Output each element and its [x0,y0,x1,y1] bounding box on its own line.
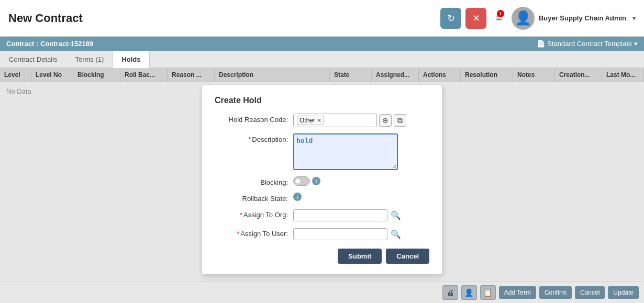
toggle-knob [295,178,301,184]
col-level: Level [0,68,31,82]
form-row-description: *Description: hold [215,133,429,170]
notification-badge: 1 [497,10,504,17]
close-button[interactable]: ✕ [465,8,486,29]
blocking-wrap: i [293,176,429,186]
description-label: *Description: [215,133,293,143]
tab-terms[interactable]: Terms (1) [66,51,113,68]
assign-org-input[interactable] [293,209,387,221]
col-resolution: Resolution [461,68,513,82]
search-icon: 🔍 [391,229,401,239]
col-reason: Reason ... [168,68,215,82]
user-name: Buyer Supply Chain Admin [539,14,626,22]
confirm-button[interactable]: Confirm [539,286,572,299]
rollback-wrap: i [293,193,429,201]
blocking-label: Blocking: [215,176,293,186]
footer-bar: 🖨 👤 📋 Add Term Confirm Cancel Update [0,282,644,303]
add-icon: ⊕ [382,116,388,125]
tag-value: Other [299,117,315,124]
col-lastmo: Last Mo... [602,68,644,82]
close-icon: ✕ [472,13,480,24]
hold-reason-label: Hold Reason Code: [215,114,293,124]
template-icon: 📄 [537,40,545,48]
hold-reason-tag: Other ✕ [297,116,324,125]
contract-bar: Contract : Contract-152189 📄 Standard Co… [0,37,644,51]
form-row-assign-org: *Assign To Org: 🔍 [215,209,429,221]
user-section: 👤 Buyer Supply Chain Admin ▾ [512,7,636,30]
user-footer-button[interactable]: 👤 [461,285,477,300]
tab-contract-details[interactable]: Contract Details [0,51,66,68]
col-state: State [330,68,372,82]
description-input[interactable]: hold [293,133,398,170]
cancel-modal-button[interactable]: Cancel [386,249,429,264]
template-arrow: ▾ [634,40,638,48]
template-name: Standard Contract Template [547,40,632,48]
update-button[interactable]: Update [608,286,639,299]
assign-user-input[interactable] [293,228,387,240]
avatar: 👤 [512,7,535,30]
form-row-assign-user: *Assign To User: 🔍 [215,228,429,240]
assign-org-search-button[interactable]: 🔍 [390,209,402,221]
form-row-rollback: Rollback State: i [215,193,429,203]
user-footer-icon: 👤 [464,288,473,297]
tab-holds[interactable]: Holds [113,51,149,68]
assign-org-wrap: 🔍 [293,209,429,221]
tag-close-icon[interactable]: ✕ [317,117,321,124]
rollback-label: Rollback State: [215,193,293,203]
add-hold-reason-button[interactable]: ⊕ [379,114,392,127]
col-actions: Actions [419,68,461,82]
hold-reason-wrap: Other ✕ ⊕ ⧉ [293,114,429,127]
refresh-icon: ↻ [447,13,455,24]
description-wrap: hold [293,133,429,170]
assign-org-label: *Assign To Org: [215,209,293,219]
col-assigned: Assigned... [372,68,419,82]
table-header: Level Level No Blocking Roll Bac... Reas… [0,68,644,82]
modal-title: Create Hold [215,96,429,105]
copy-footer-icon: 📋 [483,288,492,297]
blocking-info-icon[interactable]: i [312,177,320,185]
add-term-button[interactable]: Add Term [499,286,536,299]
assign-user-search-button[interactable]: 🔍 [390,228,402,240]
contract-id: Contract : Contract-152189 [6,40,93,48]
user-info: Buyer Supply Chain Admin [539,14,626,22]
search-icon: 🔍 [391,210,401,220]
col-blocking: Blocking [73,68,120,82]
assign-user-wrap: 🔍 [293,228,429,240]
header-actions: ↻ ✕ ≡ 1 👤 Buyer Supply Chain Admin ▾ [440,7,636,30]
blocking-toggle[interactable] [293,176,310,186]
col-rollback: Roll Bac... [120,68,168,82]
copy-icon: ⧉ [397,116,403,125]
rollback-info-icon[interactable]: i [293,193,302,201]
copy-footer-button[interactable]: 📋 [480,285,496,300]
header: New Contract ↻ ✕ ≡ 1 👤 Buyer Supply Chai… [0,0,644,37]
scrollable-area: No Data Create Hold Hold Reason Code: Ot… [0,82,644,284]
main-wrapper: Contract : Contract-152189 📄 Standard Co… [0,37,644,303]
user-dropdown-arrow[interactable]: ▾ [632,15,636,22]
modal-overlay: Create Hold Hold Reason Code: Other ✕ ⊕ [0,82,644,284]
col-desc: Description [215,68,330,82]
assign-user-label: *Assign To User: [215,228,293,238]
template-link[interactable]: 📄 Standard Contract Template ▾ [537,40,638,48]
print-icon: 🖨 [447,288,454,297]
form-row-blocking: Blocking: i [215,176,429,186]
tabs-bar: Contract Details Terms (1) Holds [0,51,644,68]
create-hold-modal: Create Hold Hold Reason Code: Other ✕ ⊕ [202,85,442,275]
form-row-hold-reason: Hold Reason Code: Other ✕ ⊕ ⧉ [215,114,429,127]
print-button[interactable]: 🖨 [442,285,458,300]
copy-hold-reason-button[interactable]: ⧉ [394,114,406,127]
footer-cancel-button[interactable]: Cancel [575,286,605,299]
hold-reason-input[interactable]: Other ✕ [293,114,377,127]
page-title: New Contract [8,12,440,25]
col-creation: Creation... [555,68,602,82]
col-levelno: Level No [31,68,73,82]
refresh-button[interactable]: ↻ [440,8,461,29]
modal-buttons: Submit Cancel [215,249,429,264]
submit-button[interactable]: Submit [338,249,382,264]
col-notes: Notes [513,68,555,82]
